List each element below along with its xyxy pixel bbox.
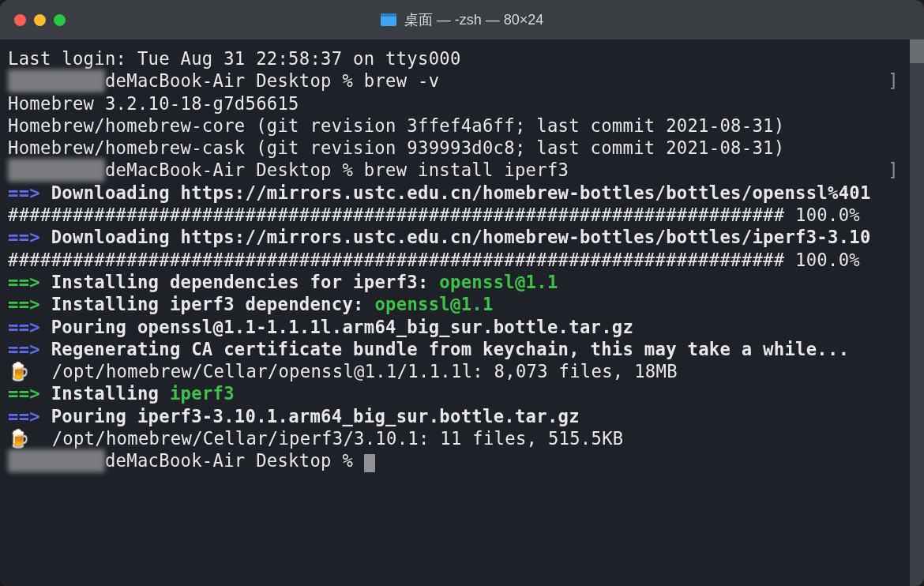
installing-dep-pkg: openssl@1.1 <box>374 294 493 314</box>
arrow-icon: ==> <box>8 406 40 426</box>
prompt-host: deMacBook-Air Desktop % <box>105 70 364 91</box>
folder-icon <box>381 13 396 26</box>
pouring-1: Pouring openssl@1.1-1.1.1l.arm64_big_sur… <box>51 317 634 337</box>
window-title: 桌面 — -zsh — 80×24 <box>381 10 544 29</box>
cellar-path-2: /opt/homebrew/Cellar/iperf3/3.10.1: 11 f… <box>30 428 623 449</box>
cursor <box>364 454 375 472</box>
installing-deps-pkg: openssl@1.1 <box>439 272 558 292</box>
arrow-icon: ==> <box>8 339 40 359</box>
minimize-button[interactable] <box>34 14 46 26</box>
installing-dep-label: Installing iperf3 dependency: <box>51 294 375 314</box>
titlebar[interactable]: 桌面 — -zsh — 80×24 <box>0 0 924 39</box>
arrow-icon: ==> <box>8 317 40 337</box>
redacted-user-3: XXXXXXXXX <box>8 449 105 471</box>
redacted-user-2: XXXXXXXXX <box>8 159 105 181</box>
command-brew-v: brew -v <box>364 70 440 91</box>
window-title-text: 桌面 — -zsh — 80×24 <box>404 10 544 29</box>
arrow-icon: ==> <box>8 272 40 292</box>
beer-icon: 🍺 <box>8 361 30 381</box>
last-login-line: Last login: Tue Aug 31 22:58:37 on ttys0… <box>8 48 461 69</box>
arrow-icon: ==> <box>8 383 40 404</box>
arrow-icon: ==> <box>8 227 40 247</box>
prompt-host-2: deMacBook-Air Desktop % <box>105 160 364 180</box>
installing-label: Installing <box>51 383 170 404</box>
cellar-path-1: /opt/homebrew/Cellar/openssl@1.1/1.1.1l:… <box>30 361 677 381</box>
right-bracket-1: ] <box>888 69 899 92</box>
maximize-button[interactable] <box>54 14 66 26</box>
scrollbar-thumb[interactable] <box>910 39 924 63</box>
regenerating-ca: Regenerating CA certificate bundle from … <box>51 339 850 359</box>
redacted-user: XXXXXXXXX <box>8 69 105 92</box>
installing-pkg: iperf3 <box>170 383 235 404</box>
pouring-2: Pouring iperf3-3.10.1.arm64_big_sur.bott… <box>51 406 580 426</box>
arrow-icon: ==> <box>8 294 40 314</box>
traffic-lights <box>14 14 66 26</box>
terminal-body[interactable]: Last login: Tue Aug 31 22:58:37 on ttys0… <box>0 39 924 586</box>
brew-version-2: Homebrew/homebrew-core (git revision 3ff… <box>8 115 784 136</box>
download-line-2: Downloading https://mirrors.ustc.edu.cn/… <box>51 227 871 247</box>
progress-bar-1: ########################################… <box>8 205 860 225</box>
right-bracket-2: ] <box>888 159 899 181</box>
download-line-1: Downloading https://mirrors.ustc.edu.cn/… <box>51 182 871 203</box>
command-brew-install: brew install iperf3 <box>364 160 569 180</box>
progress-bar-2: ########################################… <box>8 250 860 270</box>
beer-icon: 🍺 <box>8 428 30 449</box>
terminal-window: 桌面 — -zsh — 80×24 Last login: Tue Aug 31… <box>0 0 924 586</box>
prompt-host-3: deMacBook-Air Desktop % <box>105 450 364 471</box>
scrollbar-track[interactable] <box>910 39 924 586</box>
installing-deps-label: Installing dependencies for iperf3: <box>51 272 440 292</box>
close-button[interactable] <box>14 14 26 26</box>
terminal-output[interactable]: Last login: Tue Aug 31 22:58:37 on ttys0… <box>8 47 916 578</box>
brew-version-3: Homebrew/homebrew-cask (git revision 939… <box>8 137 784 158</box>
brew-version-1: Homebrew 3.2.10-18-g7d56615 <box>8 93 299 114</box>
arrow-icon: ==> <box>8 182 40 203</box>
